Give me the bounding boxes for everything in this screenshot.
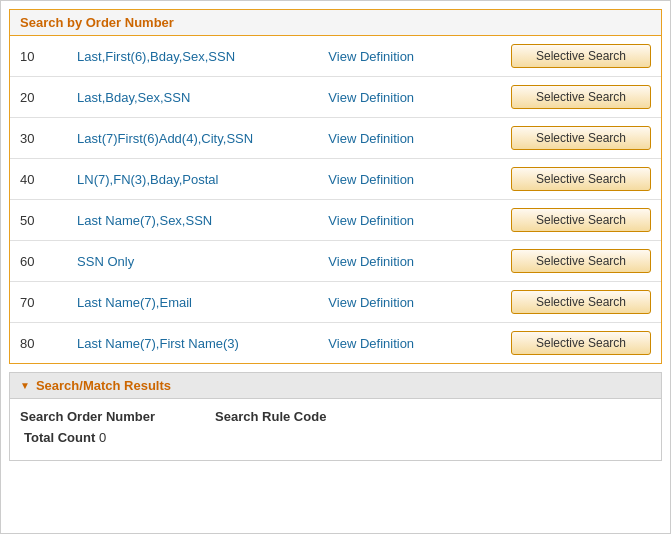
table-row: 10 Last,First(6),Bday,Sex,SSN View Defin… (10, 36, 661, 77)
btn-cell: Selective Search (455, 323, 661, 364)
btn-cell: Selective Search (455, 200, 661, 241)
view-definition-link[interactable]: View Definition (328, 172, 414, 187)
view-definition-link[interactable]: View Definition (328, 131, 414, 146)
table-row: 50 Last Name(7),Sex,SSN View Definition … (10, 200, 661, 241)
btn-cell: Selective Search (455, 282, 661, 323)
selective-search-button[interactable]: Selective Search (511, 44, 651, 68)
selective-search-button[interactable]: Selective Search (511, 167, 651, 191)
col-rule-code-header: Search Rule Code (215, 409, 326, 424)
view-definition-link[interactable]: View Definition (328, 49, 414, 64)
results-total-row: Total Count 0 (20, 430, 651, 445)
view-definition-link[interactable]: View Definition (328, 254, 414, 269)
btn-cell: Selective Search (455, 36, 661, 77)
order-num-cell: 20 (10, 77, 67, 118)
description-cell: SSN Only (67, 241, 318, 282)
results-columns: Search Order Number Search Rule Code (20, 409, 651, 424)
selective-search-button[interactable]: Selective Search (511, 249, 651, 273)
order-num-cell: 10 (10, 36, 67, 77)
description-cell: Last,First(6),Bday,Sex,SSN (67, 36, 318, 77)
table-row: 80 Last Name(7),First Name(3) View Defin… (10, 323, 661, 364)
selective-search-button[interactable]: Selective Search (511, 290, 651, 314)
total-value: 0 (99, 430, 106, 445)
collapse-icon[interactable]: ▼ (20, 380, 30, 391)
table-row: 70 Last Name(7),Email View Definition Se… (10, 282, 661, 323)
search-by-order-section: Search by Order Number 10 Last,First(6),… (9, 9, 662, 364)
order-num-cell: 40 (10, 159, 67, 200)
search-by-order-header: Search by Order Number (10, 10, 661, 36)
description-cell: Last Name(7),Email (67, 282, 318, 323)
results-header-text: Search/Match Results (36, 378, 171, 393)
table-row: 60 SSN Only View Definition Selective Se… (10, 241, 661, 282)
view-definition-link[interactable]: View Definition (328, 295, 414, 310)
view-def-cell[interactable]: View Definition (318, 282, 455, 323)
table-row: 40 LN(7),FN(3),Bday,Postal View Definiti… (10, 159, 661, 200)
view-def-cell[interactable]: View Definition (318, 77, 455, 118)
view-definition-link[interactable]: View Definition (328, 90, 414, 105)
selective-search-button[interactable]: Selective Search (511, 208, 651, 232)
btn-cell: Selective Search (455, 118, 661, 159)
table-row: 30 Last(7)First(6)Add(4),City,SSN View D… (10, 118, 661, 159)
description-cell: Last(7)First(6)Add(4),City,SSN (67, 118, 318, 159)
search-rows-table: 10 Last,First(6),Bday,Sex,SSN View Defin… (10, 36, 661, 363)
btn-cell: Selective Search (455, 77, 661, 118)
col-order-num-header: Search Order Number (20, 409, 155, 424)
view-definition-link[interactable]: View Definition (328, 336, 414, 351)
view-definition-link[interactable]: View Definition (328, 213, 414, 228)
description-cell: Last Name(7),Sex,SSN (67, 200, 318, 241)
view-def-cell[interactable]: View Definition (318, 118, 455, 159)
selective-search-button[interactable]: Selective Search (511, 331, 651, 355)
description-cell: Last,Bday,Sex,SSN (67, 77, 318, 118)
order-num-cell: 80 (10, 323, 67, 364)
order-num-cell: 60 (10, 241, 67, 282)
results-header: ▼ Search/Match Results (10, 373, 661, 399)
section-header-text: Search by Order Number (20, 15, 174, 30)
btn-cell: Selective Search (455, 241, 661, 282)
view-def-cell[interactable]: View Definition (318, 200, 455, 241)
results-content: Search Order Number Search Rule Code Tot… (10, 399, 661, 460)
order-num-cell: 70 (10, 282, 67, 323)
main-container: Search by Order Number 10 Last,First(6),… (0, 0, 671, 534)
view-def-cell[interactable]: View Definition (318, 159, 455, 200)
results-section: ▼ Search/Match Results Search Order Numb… (9, 372, 662, 461)
total-label: Total Count (24, 430, 95, 445)
order-num-cell: 50 (10, 200, 67, 241)
selective-search-button[interactable]: Selective Search (511, 85, 651, 109)
view-def-cell[interactable]: View Definition (318, 241, 455, 282)
selective-search-button[interactable]: Selective Search (511, 126, 651, 150)
order-num-cell: 30 (10, 118, 67, 159)
view-def-cell[interactable]: View Definition (318, 323, 455, 364)
btn-cell: Selective Search (455, 159, 661, 200)
table-row: 20 Last,Bday,Sex,SSN View Definition Sel… (10, 77, 661, 118)
description-cell: Last Name(7),First Name(3) (67, 323, 318, 364)
view-def-cell[interactable]: View Definition (318, 36, 455, 77)
description-cell: LN(7),FN(3),Bday,Postal (67, 159, 318, 200)
